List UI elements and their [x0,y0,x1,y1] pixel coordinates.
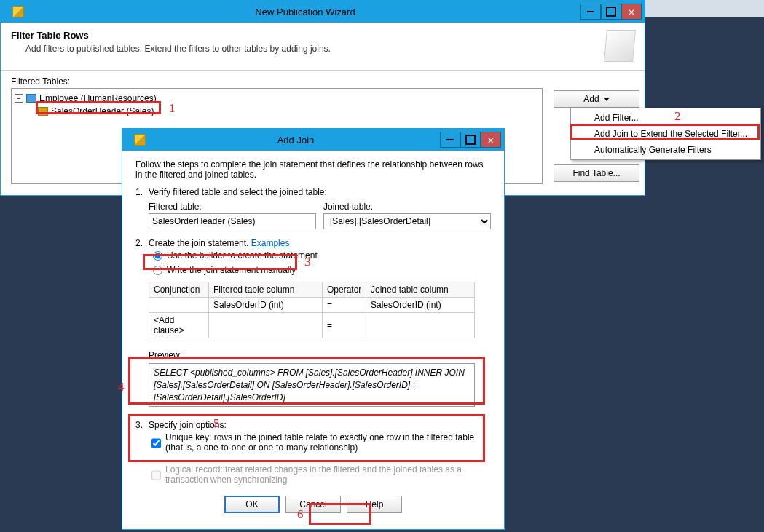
tree-root-label: Employee (HumanResources) [39,93,157,103]
background-strip [645,0,764,17]
joined-table-select[interactable]: [Sales].[SalesOrderDetail] [323,213,491,229]
dialog-buttons: OK Cancel Help [135,496,491,513]
join-intro: Follow the steps to complete the join st… [135,159,491,180]
cancel-button[interactable]: Cancel [285,496,341,513]
step2-label: Create the join statement. [149,238,251,248]
col-filtered: Filtered table column [209,282,323,298]
page-title: Filter Table Rows [11,30,605,41]
preview-label: Preview: [149,350,491,360]
header-graphic [604,30,636,62]
window-controls: ✕ [580,4,642,20]
minimize-button[interactable] [580,4,601,20]
tree-row-child[interactable]: SalesOrderHeader (Sales) [15,105,539,118]
join-dialog-title: Add Join [151,135,440,146]
join-titlebar: Add Join ✕ [122,129,504,151]
tree-row-root[interactable]: − Employee (HumanResources) [15,92,539,105]
tree-collapse-icon[interactable]: − [15,94,23,103]
wizard-title: New Publication Wizard [30,7,580,17]
step-3: 3. Specify join options: Unique key: row… [135,420,491,455]
col-joined: Joined table column [366,282,475,298]
join-minimize-button[interactable] [440,132,460,148]
table-icon [26,94,36,103]
unique-key-checkbox[interactable] [151,434,161,453]
preview-box: SELECT <published_columns> FROM [Sales].… [149,363,475,407]
wizard-titlebar: New Publication Wizard ✕ [1,1,645,23]
step-2: 2. Create the join statement. Examples U… [135,238,491,277]
filtered-tables-label: Filtered Tables: [11,76,634,87]
table-row-add[interactable]: <Add clause> = [149,313,475,338]
menu-add-filter[interactable]: Add Filter... [572,110,759,126]
col-operator: Operator [323,282,366,298]
col-conjunction: Conjunction [149,282,209,298]
help-button[interactable]: Help [347,496,402,513]
add-dropdown-menu: Add Filter... Add Join to Extend the Sel… [570,108,761,160]
join-body: Follow the steps to complete the join st… [122,151,504,522]
radio-builder-row[interactable]: Use the builder to create the statement [149,248,491,263]
add-button-label: Add [583,94,599,104]
table-row[interactable]: SalesOrderID (int) = SalesOrderID (int) [149,298,475,313]
join-maximize-button[interactable] [460,132,481,148]
find-table-label: Find Table... [572,168,620,178]
filtered-table-label: Filtered table: [149,202,316,212]
logical-record-label: Logical record: treat related changes in… [165,464,488,485]
radio-builder[interactable] [153,251,162,261]
tree-child-label: SalesOrderHeader (Sales) [51,106,154,116]
wizard-header: Filter Table Rows Add filters to publish… [1,23,645,71]
join-icon [38,107,48,116]
close-button[interactable]: ✕ [621,4,642,20]
step3-label: Specify join options: [149,420,491,430]
join-dialog-icon [134,134,146,146]
page-subtitle: Add filters to published tables. Extend … [11,44,605,54]
find-table-button[interactable]: Find Table... [554,164,639,182]
logical-record-checkbox [151,466,161,485]
unique-key-label: Unique key: rows in the joined table rel… [165,432,488,453]
step1-label: Verify filtered table and select the joi… [149,187,491,197]
radio-builder-label: Use the builder to create the statement [167,250,318,261]
joined-table-label: Joined table: [323,202,491,212]
join-close-button[interactable]: ✕ [481,132,501,148]
add-dropdown-button[interactable]: Add [554,90,639,108]
add-join-dialog: Add Join ✕ Follow the steps to complete … [122,128,505,530]
ok-button[interactable]: OK [224,496,280,513]
wizard-icon [12,6,24,17]
examples-link[interactable]: Examples [251,238,290,248]
radio-manual-label: Write the join statement manually [167,265,296,275]
menu-auto-generate[interactable]: Automatically Generate Filters [572,142,759,158]
filtered-table-field [149,213,316,229]
unique-key-row[interactable]: Unique key: rows in the joined table rel… [149,430,491,455]
logical-record-row: Logical record: treat related changes in… [149,462,491,487]
join-clause-table[interactable]: Conjunction Filtered table column Operat… [149,282,475,338]
step-1: 1. Verify filtered table and select the … [135,187,491,229]
menu-add-join[interactable]: Add Join to Extend the Selected Filter..… [572,126,759,142]
radio-manual-row[interactable]: Write the join statement manually [149,263,491,277]
maximize-button[interactable] [601,4,621,20]
radio-manual[interactable] [153,266,162,275]
